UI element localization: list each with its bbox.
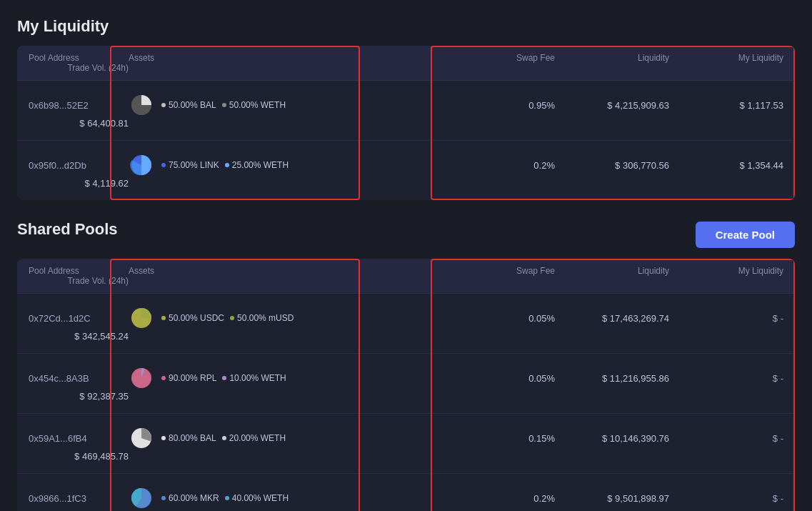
trade-vol-value: $ 342,545.24 xyxy=(29,331,129,342)
pool-address: 0x95f0...d2Db xyxy=(29,160,129,171)
pool-address: 0x72Cd...1d2C xyxy=(29,313,129,324)
my-liquidity-title: My Liquidity xyxy=(17,17,795,36)
table-row[interactable]: 0x72Cd...1d2C 50.00% USDC 50.00% mUSD xyxy=(17,294,795,354)
my-liquidity-header: Pool Address Assets Swap Fee Liquidity M… xyxy=(17,46,795,81)
pie-chart-icon xyxy=(129,485,154,511)
pie-chart-icon xyxy=(129,305,154,331)
liquidity-value: $ 306,770.56 xyxy=(555,160,669,171)
table-row[interactable]: 0x6b98...52E2 50.00% BAL 50.00% WETH xyxy=(17,81,795,141)
col-my-liquidity: My Liquidity xyxy=(669,266,783,276)
asset-tag: 50.00% mUSD xyxy=(230,313,294,323)
col-liquidity: Liquidity xyxy=(555,266,669,276)
asset-tags: 50.00% BAL 50.00% WETH xyxy=(161,100,286,110)
liquidity-value: $ 9,501,898.97 xyxy=(555,493,669,504)
assets-cell: 80.00% BAL 20.00% WETH xyxy=(129,425,371,451)
assets-cell: 50.00% BAL 50.00% WETH xyxy=(129,92,371,118)
swap-fee: 0.95% xyxy=(441,100,555,111)
trade-vol-value: $ 92,387.35 xyxy=(29,391,129,402)
pool-address: 0x9866...1fC3 xyxy=(29,493,129,504)
trade-vol-value: $ 469,485.78 xyxy=(29,451,129,462)
asset-tags: 50.00% USDC 50.00% mUSD xyxy=(161,313,294,323)
pool-address: 0x6b98...52E2 xyxy=(29,100,129,111)
col-spacer xyxy=(371,53,441,63)
asset-dot-icon xyxy=(230,316,234,320)
pool-address: 0x454c...8A3B xyxy=(29,373,129,384)
my-liquidity-section: My Liquidity Pool Address Assets Swap Fe… xyxy=(17,17,795,200)
pie-chart-icon xyxy=(129,365,154,391)
my-liquidity-value: $ - xyxy=(669,373,783,384)
shared-pools-column-header: Pool Address Assets Swap Fee Liquidity M… xyxy=(17,259,795,294)
col-trade-vol: Trade Vol. (24h) xyxy=(29,276,129,286)
liquidity-value: $ 11,216,955.86 xyxy=(555,373,669,384)
my-liquidity-value: $ - xyxy=(669,433,783,444)
trade-vol-value: $ 64,400.81 xyxy=(29,118,129,129)
asset-tag: 25.00% WETH xyxy=(225,160,289,170)
asset-tags: 60.00% MKR 40.00% WETH xyxy=(161,493,289,503)
my-liquidity-value: $ - xyxy=(669,493,783,504)
col-pool-address: Pool Address xyxy=(29,266,129,276)
pie-chart-icon xyxy=(129,425,154,451)
asset-tag: 50.00% WETH xyxy=(222,100,286,110)
assets-cell: 90.00% RPL 10.00% WETH xyxy=(129,365,371,391)
asset-tag: 50.00% BAL xyxy=(161,100,216,110)
asset-dot-icon xyxy=(222,376,226,380)
shared-pools-header: Shared Pools Create Pool xyxy=(17,220,795,249)
swap-fee: 0.05% xyxy=(441,373,555,384)
asset-dot-icon xyxy=(222,103,226,107)
col-spacer xyxy=(371,266,441,276)
create-pool-button[interactable]: Create Pool xyxy=(696,222,795,248)
shared-pools-title: Shared Pools xyxy=(17,220,118,239)
col-assets: Assets xyxy=(129,266,371,276)
my-liquidity-value: $ 1,354.44 xyxy=(669,160,783,171)
asset-dot-icon xyxy=(161,436,166,440)
table-row[interactable]: 0x59A1...6fB4 80.00% BAL 20.00% WETH xyxy=(17,414,795,474)
swap-fee: 0.2% xyxy=(441,160,555,171)
my-liquidity-table: Pool Address Assets Swap Fee Liquidity M… xyxy=(17,46,795,200)
asset-tags: 90.00% RPL 10.00% WETH xyxy=(161,373,286,383)
asset-dot-icon xyxy=(161,103,166,107)
swap-fee: 0.15% xyxy=(441,433,555,444)
pie-chart-icon xyxy=(129,152,154,178)
asset-dot-icon xyxy=(225,496,229,500)
assets-cell: 60.00% MKR 40.00% WETH xyxy=(129,485,371,511)
pool-address: 0x59A1...6fB4 xyxy=(29,433,129,444)
asset-tag: 75.00% LINK xyxy=(161,160,219,170)
asset-tags: 80.00% BAL 20.00% WETH xyxy=(161,433,286,443)
asset-tag: 40.00% WETH xyxy=(225,493,289,503)
col-pool-address: Pool Address xyxy=(29,53,129,63)
col-liquidity: Liquidity xyxy=(555,53,669,63)
asset-tag: 20.00% WETH xyxy=(222,433,286,443)
liquidity-value: $ 17,463,269.74 xyxy=(555,313,669,324)
liquidity-value: $ 10,146,390.76 xyxy=(555,433,669,444)
table-row[interactable]: 0x95f0...d2Db 75.00% LINK 25.00% WETH xyxy=(17,141,795,200)
asset-tag: 90.00% RPL xyxy=(161,373,216,383)
asset-tag: 10.00% WETH xyxy=(222,373,286,383)
col-swap-fee: Swap Fee xyxy=(441,53,555,63)
table-row[interactable]: 0x9866...1fC3 60.00% MKR 40.00% WETH xyxy=(17,474,795,511)
col-swap-fee: Swap Fee xyxy=(441,266,555,276)
swap-fee: 0.05% xyxy=(441,313,555,324)
assets-cell: 50.00% USDC 50.00% mUSD xyxy=(129,305,371,331)
asset-tag: 50.00% USDC xyxy=(161,313,224,323)
asset-dot-icon xyxy=(161,163,166,167)
liquidity-value: $ 4,215,909.63 xyxy=(555,100,669,111)
asset-dot-icon xyxy=(161,316,166,320)
swap-fee: 0.2% xyxy=(441,493,555,504)
col-trade-vol: Trade Vol. (24h) xyxy=(29,63,129,73)
table-row[interactable]: 0x454c...8A3B 90.00% RPL 10.00% WETH xyxy=(17,354,795,414)
col-my-liquidity: My Liquidity xyxy=(669,53,783,63)
asset-tag: 60.00% MKR xyxy=(161,493,219,503)
asset-tags: 75.00% LINK 25.00% WETH xyxy=(161,160,289,170)
asset-dot-icon xyxy=(225,163,229,167)
asset-tag: 80.00% BAL xyxy=(161,433,216,443)
pie-chart-icon xyxy=(129,92,154,118)
asset-dot-icon xyxy=(161,376,166,380)
trade-vol-value: $ 4,119.62 xyxy=(29,178,129,189)
shared-pools-section: Shared Pools Create Pool Pool Address As… xyxy=(17,220,795,511)
asset-dot-icon xyxy=(161,496,166,500)
shared-pools-table: Pool Address Assets Swap Fee Liquidity M… xyxy=(17,259,795,511)
col-assets: Assets xyxy=(129,53,371,63)
my-liquidity-value: $ 1,117.53 xyxy=(669,100,783,111)
assets-cell: 75.00% LINK 25.00% WETH xyxy=(129,152,371,178)
my-liquidity-value: $ - xyxy=(669,313,783,324)
